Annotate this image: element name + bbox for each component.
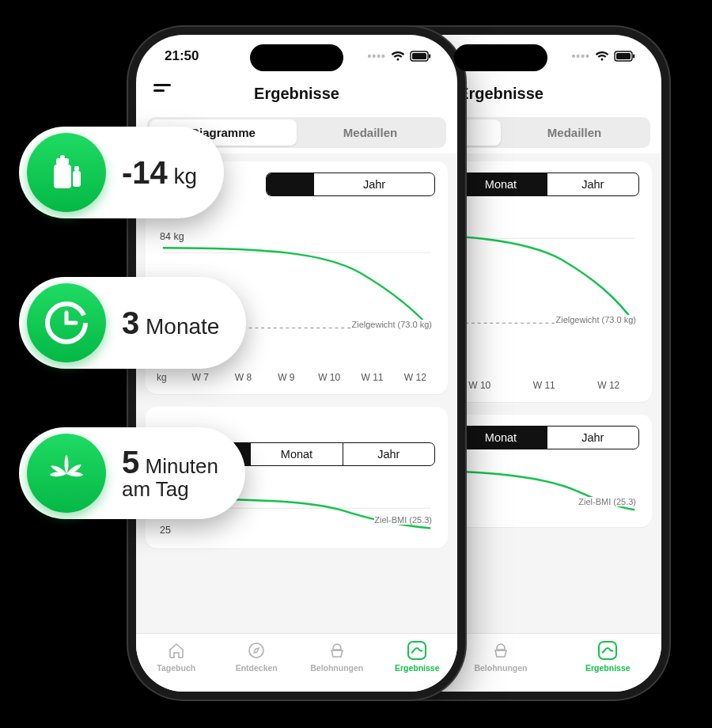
goal-label: Zielgewicht (73.0 kg): [556, 315, 637, 324]
svg-rect-1: [616, 53, 631, 59]
svg-rect-6: [599, 642, 616, 659]
battery-icon: [614, 51, 636, 62]
period-jahr[interactable]: Jahr: [547, 173, 638, 195]
pill-text: 3 Monate: [122, 306, 219, 339]
home-icon: [166, 640, 187, 661]
svg-rect-15: [54, 165, 71, 188]
tab-entdecken[interactable]: Entdecken: [217, 640, 297, 673]
clock-icon: [27, 283, 106, 362]
svg-point-13: [249, 643, 263, 658]
cupcake-icon: [327, 640, 347, 661]
battery-icon: [410, 51, 432, 62]
pill-text: 5 Minuten am Tag: [122, 446, 218, 500]
svg-rect-14: [408, 642, 426, 659]
period-jahr[interactable]: Jahr: [547, 427, 638, 449]
tab-belohnungen[interactable]: Belohnungen: [460, 640, 541, 673]
pill-unit: Minuten: [145, 454, 218, 478]
svg-rect-18: [73, 171, 81, 187]
weight-icon: [27, 133, 106, 212]
dynamic-island: [454, 44, 547, 71]
cupcake-icon: [490, 640, 511, 661]
period-monat[interactable]: Monat: [455, 427, 547, 449]
tab-belohnungen[interactable]: Belohnungen: [297, 640, 377, 673]
svg-rect-9: [429, 55, 430, 59]
period-monat-partial[interactable]: [267, 173, 314, 195]
pill-sub: am Tag: [122, 479, 218, 500]
svg-rect-19: [74, 166, 79, 171]
period-jahr[interactable]: Jahr: [343, 443, 434, 465]
segment-medaillen[interactable]: Medaillen: [297, 119, 444, 146]
pill-time: 3 Monate: [19, 277, 246, 369]
svg-rect-16: [56, 158, 69, 165]
page-title: Ergebnisse: [458, 85, 543, 103]
page-title: Ergebnisse: [254, 85, 339, 103]
scroll-area[interactable]: Jahr 87 kg 84 kg Zielgewicht (73.0 kg) 6…: [136, 154, 457, 633]
bmi-goal: Ziel-BMI (25.3): [578, 497, 636, 506]
pill-value: 5: [122, 445, 139, 480]
tab-bar: Tagebuch Entdecken Belohnungen Ergebniss…: [136, 633, 457, 692]
chart-icon: [597, 640, 618, 661]
pill-unit: Monate: [146, 314, 219, 339]
svg-rect-2: [633, 55, 634, 59]
menu-icon[interactable]: [153, 84, 172, 100]
svg-rect-8: [412, 53, 426, 59]
x-unit: kg: [157, 372, 179, 383]
period-monat[interactable]: Monat: [251, 443, 343, 465]
pill-unit: kg: [174, 164, 198, 188]
tab-tagebuch[interactable]: Tagebuch: [136, 640, 217, 673]
compass-icon: [246, 640, 267, 661]
segment-medaillen[interactable]: Medaillen: [501, 119, 648, 146]
wifi-icon: [391, 51, 405, 62]
tab-ergebnisse[interactable]: Ergebnisse: [377, 640, 458, 673]
header: Ergebnisse: [136, 78, 457, 109]
wifi-icon: [595, 51, 609, 62]
tab-ergebnisse[interactable]: Ergebnisse: [568, 640, 649, 673]
pill-value: 3: [122, 305, 139, 340]
status-time: 21:50: [165, 48, 199, 64]
bmi-goal: Ziel-BMI (25.3): [374, 515, 432, 525]
x-axis: kg W 7 W 8 W 9 W 10 W 11 W 12: [157, 372, 437, 383]
propeller-icon: [27, 434, 106, 513]
dynamic-island: [250, 44, 343, 71]
tab-label: Entdecken: [236, 663, 278, 673]
tab-label: Belohnungen: [310, 663, 363, 673]
goal-label: Zielgewicht (73.0 kg): [352, 320, 433, 329]
chart-icon: [407, 640, 427, 661]
svg-rect-17: [60, 155, 65, 159]
pill-daily: 5 Minuten am Tag: [19, 427, 245, 519]
period-jahr[interactable]: Jahr: [314, 173, 434, 195]
period-monat[interactable]: Monat: [455, 173, 547, 195]
tab-label: Ergebnisse: [585, 663, 631, 673]
tab-label: Tagebuch: [157, 663, 195, 673]
pill-text: -14 kg: [122, 156, 197, 189]
status-dots: ••••: [571, 50, 590, 63]
pill-value: -14: [122, 155, 168, 190]
tab-label: Belohnungen: [474, 663, 527, 673]
tab-label: Ergebnisse: [395, 663, 440, 673]
pill-weight: -14 kg: [19, 127, 224, 218]
status-dots: ••••: [367, 50, 386, 63]
period-selector: Jahr: [266, 173, 435, 196]
